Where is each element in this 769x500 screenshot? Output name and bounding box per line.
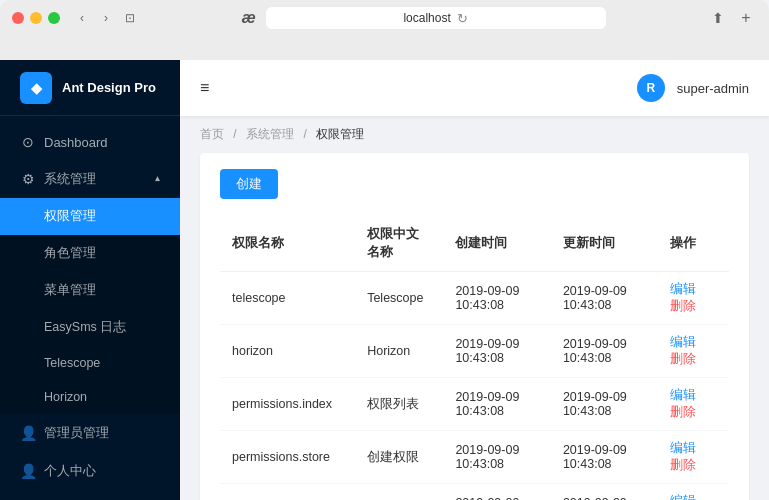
profile-label: 个人中心: [44, 462, 96, 480]
easysms-label: EasySms 日志: [44, 319, 126, 336]
cell-actions-0: 编辑 删除: [658, 272, 729, 325]
browser-toolbar: ‹ › ⊡ æ localhost ↻ ⬆ +: [0, 0, 769, 36]
chevron-down-icon: ▾: [155, 174, 160, 185]
sidebar-item-dashboard[interactable]: ⊙ Dashboard: [0, 124, 180, 160]
cell-name-2: permissions.index: [220, 378, 355, 431]
cell-created-3: 2019-09-09 10:43:08: [443, 431, 550, 484]
permission-label: 权限管理: [44, 208, 96, 225]
table-row: permissions.show 权限详情 2019-09-09 10:43:0…: [220, 484, 729, 501]
breadcrumb-current: 权限管理: [316, 127, 364, 141]
breadcrumb: 首页 / 系统管理 / 权限管理: [180, 116, 769, 153]
col-header-name: 权限名称: [220, 215, 355, 272]
back-button[interactable]: ‹: [72, 8, 92, 28]
admin-label: 管理员管理: [44, 424, 109, 442]
header-left: ≡: [200, 79, 209, 97]
user-name[interactable]: super-admin: [677, 81, 749, 96]
edit-link-4[interactable]: 编辑: [670, 494, 696, 500]
dashboard-icon: ⊙: [20, 134, 36, 150]
cell-updated-2: 2019-09-09 10:43:08: [551, 378, 658, 431]
horizon-label: Horizon: [44, 390, 87, 404]
sidebar-item-profile[interactable]: 👤 个人中心: [0, 452, 180, 490]
profile-icon: 👤: [20, 463, 36, 479]
table-row: horizon Horizon 2019-09-09 10:43:08 2019…: [220, 325, 729, 378]
cell-actions-1: 编辑 删除: [658, 325, 729, 378]
cell-cn-name-2: 权限列表: [355, 378, 443, 431]
address-text: localhost: [403, 11, 450, 25]
table-row: permissions.index 权限列表 2019-09-09 10:43:…: [220, 378, 729, 431]
content-card: 创建 权限名称 权限中文名称 创建时间 更新时间 操作 telescope: [200, 153, 749, 500]
sidebar-item-menu[interactable]: 菜单管理: [0, 272, 180, 309]
cell-updated-1: 2019-09-09 10:43:08: [551, 325, 658, 378]
role-label: 角色管理: [44, 245, 96, 262]
share-icon[interactable]: ⬆: [707, 7, 729, 29]
sidebar-logo: ◆ Ant Design Pro: [0, 60, 180, 116]
address-bar[interactable]: localhost ↻: [266, 7, 606, 29]
header-right: R super-admin: [637, 74, 749, 102]
table-body: telescope Telescope 2019-09-09 10:43:08 …: [220, 272, 729, 501]
sidebar-item-horizon[interactable]: Horizon: [0, 380, 180, 414]
system-item-left: ⚙ 系统管理: [20, 170, 96, 188]
delete-link-0[interactable]: 删除: [670, 299, 696, 313]
breadcrumb-system[interactable]: 系统管理: [246, 127, 294, 141]
table-header-row: 权限名称 权限中文名称 创建时间 更新时间 操作: [220, 215, 729, 272]
maximize-button[interactable]: [48, 12, 60, 24]
toolbar-icons: ⬆ +: [707, 7, 757, 29]
forward-button[interactable]: ›: [96, 8, 116, 28]
create-button[interactable]: 创建: [220, 169, 278, 199]
ae-logo-icon: æ: [241, 9, 255, 27]
sidebar-item-permission[interactable]: 权限管理: [0, 198, 180, 235]
cell-actions-3: 编辑 删除: [658, 431, 729, 484]
col-header-update: 更新时间: [551, 215, 658, 272]
edit-link-0[interactable]: 编辑: [670, 282, 696, 296]
col-header-cn-name: 权限中文名称: [355, 215, 443, 272]
app-window: ◆ Ant Design Pro ⊙ Dashboard ⚙ 系统管理 ▾ 权限…: [0, 60, 769, 500]
cell-cn-name-4: 权限详情: [355, 484, 443, 501]
cell-created-0: 2019-09-09 10:43:08: [443, 272, 550, 325]
table-row: permissions.store 创建权限 2019-09-09 10:43:…: [220, 431, 729, 484]
reload-icon[interactable]: ↻: [457, 11, 468, 26]
system-icon: ⚙: [20, 171, 36, 187]
nav-buttons: ‹ › ⊡: [72, 8, 140, 28]
cell-actions-4: 编辑 删除: [658, 484, 729, 501]
admin-icon: 👤: [20, 425, 36, 441]
content-area: 创建 权限名称 权限中文名称 创建时间 更新时间 操作 telescope: [180, 153, 769, 500]
sidebar: ◆ Ant Design Pro ⊙ Dashboard ⚙ 系统管理 ▾ 权限…: [0, 60, 180, 500]
logo-text: Ant Design Pro: [62, 80, 156, 95]
edit-link-2[interactable]: 编辑: [670, 388, 696, 402]
cell-updated-3: 2019-09-09 10:43:08: [551, 431, 658, 484]
permissions-table: 权限名称 权限中文名称 创建时间 更新时间 操作 telescope Teles…: [220, 215, 729, 500]
avatar: R: [637, 74, 665, 102]
browser-chrome: ‹ › ⊡ æ localhost ↻ ⬆ +: [0, 0, 769, 60]
sidebar-item-admin[interactable]: 👤 管理员管理: [0, 414, 180, 452]
submenu-system: 权限管理 角色管理 菜单管理 EasySms 日志 Telescope Hori…: [0, 198, 180, 414]
delete-link-3[interactable]: 删除: [670, 458, 696, 472]
main-content: ≡ R super-admin 首页 / 系统管理 / 权限管理 创建 权: [180, 60, 769, 500]
sidebar-menu: ⊙ Dashboard ⚙ 系统管理 ▾ 权限管理 角色管理 菜单管理: [0, 116, 180, 500]
cell-created-1: 2019-09-09 10:43:08: [443, 325, 550, 378]
edit-link-1[interactable]: 编辑: [670, 335, 696, 349]
sidebar-item-telescope[interactable]: Telescope: [0, 346, 180, 380]
cell-updated-4: 2019-09-09 10:43:08: [551, 484, 658, 501]
sidebar-item-role[interactable]: 角色管理: [0, 235, 180, 272]
hamburger-icon[interactable]: ≡: [200, 79, 209, 97]
app-header: ≡ R super-admin: [180, 60, 769, 116]
cell-name-0: telescope: [220, 272, 355, 325]
delete-link-1[interactable]: 删除: [670, 352, 696, 366]
sidebar-item-easysms[interactable]: EasySms 日志: [0, 309, 180, 346]
minimize-button[interactable]: [30, 12, 42, 24]
cell-actions-2: 编辑 删除: [658, 378, 729, 431]
breadcrumb-home[interactable]: 首页: [200, 127, 224, 141]
cell-updated-0: 2019-09-09 10:43:08: [551, 272, 658, 325]
add-tab-icon[interactable]: +: [735, 7, 757, 29]
edit-link-3[interactable]: 编辑: [670, 441, 696, 455]
cell-name-1: horizon: [220, 325, 355, 378]
cell-created-2: 2019-09-09 10:43:08: [443, 378, 550, 431]
sidebar-item-system[interactable]: ⚙ 系统管理 ▾: [0, 160, 180, 198]
close-button[interactable]: [12, 12, 24, 24]
cell-cn-name-3: 创建权限: [355, 431, 443, 484]
logo-icon: ◆: [20, 72, 52, 104]
view-button[interactable]: ⊡: [120, 8, 140, 28]
cell-name-3: permissions.store: [220, 431, 355, 484]
breadcrumb-sep-2: /: [303, 127, 306, 141]
delete-link-2[interactable]: 删除: [670, 405, 696, 419]
